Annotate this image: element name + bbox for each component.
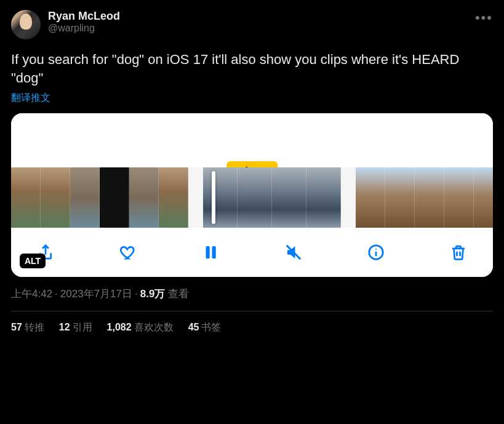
thumbnail[interactable] bbox=[159, 167, 188, 228]
display-name: Ryan McLeod bbox=[48, 10, 120, 23]
tweet-date[interactable]: 2023年7月17日 bbox=[60, 288, 132, 300]
heart-icon[interactable] bbox=[117, 241, 139, 263]
thumbnail[interactable] bbox=[100, 167, 129, 228]
more-icon[interactable]: ••• bbox=[475, 10, 493, 26]
svg-rect-0 bbox=[206, 246, 210, 258]
stat-quotes[interactable]: 12引用 bbox=[59, 321, 92, 334]
pause-icon[interactable] bbox=[199, 241, 222, 263]
thumbnail[interactable] bbox=[444, 167, 474, 228]
media-toolbar bbox=[11, 228, 493, 277]
thumbnail[interactable] bbox=[129, 167, 159, 228]
clip-group bbox=[356, 167, 493, 228]
avatar[interactable] bbox=[11, 10, 41, 39]
thumbnail[interactable] bbox=[306, 167, 341, 228]
tweet-header: Ryan McLeod @warpling ••• bbox=[11, 10, 493, 39]
translate-link[interactable]: 翻译推文 bbox=[11, 92, 50, 105]
clip-group bbox=[11, 167, 188, 228]
clip-group bbox=[203, 167, 341, 228]
trash-icon[interactable] bbox=[447, 241, 470, 263]
handle: @warpling bbox=[48, 23, 120, 34]
video-timeline[interactable] bbox=[11, 167, 493, 228]
thumbnail[interactable] bbox=[474, 167, 493, 228]
thumbnail[interactable] bbox=[238, 167, 272, 228]
stat-bookmarks[interactable]: 45书签 bbox=[188, 321, 222, 334]
thumbnail[interactable] bbox=[385, 167, 415, 228]
thumbnail[interactable] bbox=[415, 167, 444, 228]
author-block[interactable]: Ryan McLeod @warpling bbox=[48, 10, 120, 34]
playhead[interactable] bbox=[212, 171, 215, 224]
svg-rect-1 bbox=[212, 246, 216, 258]
views-count: 8.9万 bbox=[140, 288, 166, 300]
views-label: 查看 bbox=[168, 288, 189, 300]
mute-icon[interactable] bbox=[282, 241, 305, 263]
tweet-meta: 上午4:42·2023年7月17日·8.9万 查看 bbox=[11, 287, 493, 301]
media-spacer bbox=[11, 113, 493, 167]
stats-row: 57转推 12引用 1,082喜欢次数 45书签 bbox=[11, 311, 493, 334]
thumbnail[interactable] bbox=[70, 167, 100, 228]
alt-badge[interactable]: ALT bbox=[20, 254, 46, 268]
tweet-time[interactable]: 上午4:42 bbox=[11, 288, 52, 300]
stat-likes[interactable]: 1,082喜欢次数 bbox=[107, 321, 174, 334]
media-card[interactable]: "dog" bbox=[11, 113, 493, 277]
info-icon[interactable] bbox=[365, 241, 387, 263]
svg-point-4 bbox=[375, 249, 377, 250]
thumbnail[interactable] bbox=[272, 167, 306, 228]
stat-retweets[interactable]: 57转推 bbox=[11, 321, 44, 334]
thumbnail[interactable] bbox=[41, 167, 70, 228]
thumbnail[interactable] bbox=[356, 167, 385, 228]
tweet-text: If you search for "dog" on iOS 17 it'll … bbox=[11, 50, 493, 87]
thumbnail[interactable] bbox=[203, 167, 238, 228]
tweet-container: Ryan McLeod @warpling ••• If you search … bbox=[0, 0, 504, 334]
thumbnail[interactable] bbox=[11, 167, 41, 228]
